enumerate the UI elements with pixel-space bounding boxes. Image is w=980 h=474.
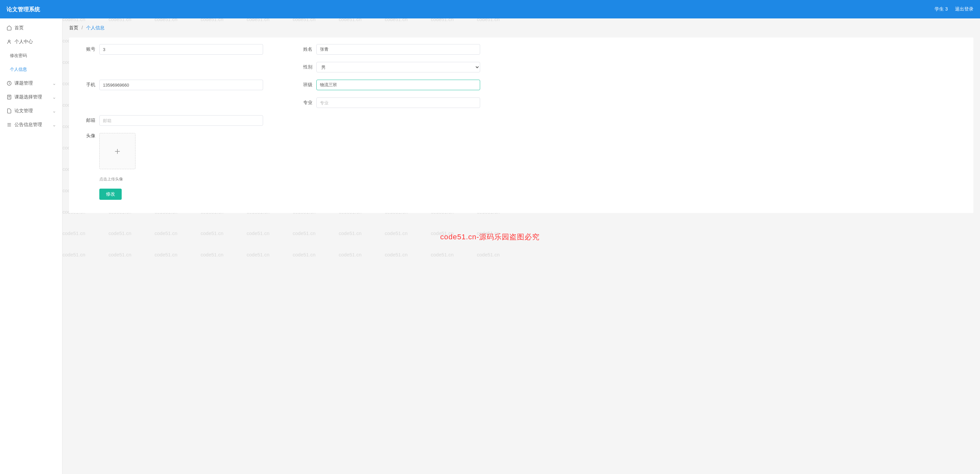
book-icon	[6, 94, 12, 100]
avatar-label: 头像	[79, 133, 95, 139]
home-icon	[6, 26, 12, 30]
chevron-down-icon: ⌄	[52, 108, 56, 113]
sidebar-item-label: 首页	[14, 25, 24, 31]
breadcrumb-root[interactable]: 首页	[69, 25, 78, 30]
class-input[interactable]	[317, 80, 480, 90]
sidebar-item-thesis-manage[interactable]: 论文管理 ⌄	[0, 104, 62, 118]
phone-input[interactable]	[99, 80, 263, 90]
chevron-down-icon: ⌄	[52, 81, 56, 86]
submit-button[interactable]: 修改	[99, 188, 122, 200]
main-content: 首页 / 个人信息 账号 姓名 性别 男	[62, 18, 980, 474]
plus-icon: ＋	[113, 145, 122, 157]
user-icon	[6, 39, 12, 45]
sidebar-item-label: 个人中心	[14, 39, 33, 45]
clock-icon	[6, 81, 12, 86]
sidebar-item-announcement[interactable]: 公告信息管理 ⌄	[0, 118, 62, 132]
breadcrumb-separator: /	[81, 25, 83, 30]
form-panel: 账号 姓名 性别 男 手机	[69, 38, 974, 213]
phone-label: 手机	[79, 82, 95, 88]
sidebar-item-label: 课题管理	[14, 80, 33, 86]
sidebar-item-change-password[interactable]: 修改密码	[0, 49, 62, 62]
avatar-upload[interactable]: ＋	[99, 133, 135, 169]
name-label: 姓名	[296, 46, 312, 52]
header: 论文管理系统 学生 3 退出登录	[0, 0, 980, 18]
list-icon	[6, 122, 12, 128]
email-input[interactable]	[99, 115, 263, 126]
sidebar-item-label: 论文管理	[14, 108, 33, 114]
sidebar-item-label: 个人信息	[10, 67, 27, 72]
sidebar-item-personal-info[interactable]: 个人信息	[0, 62, 62, 77]
chevron-down-icon: ⌄	[52, 122, 56, 128]
account-input[interactable]	[99, 44, 263, 55]
file-icon	[6, 108, 12, 113]
sidebar-item-topic-select[interactable]: 课题选择管理 ⌄	[0, 90, 62, 104]
chevron-down-icon: ⌄	[52, 94, 56, 100]
gender-label: 性别	[296, 64, 312, 70]
sidebar-item-label: 公告信息管理	[14, 122, 42, 128]
email-label: 邮箱	[79, 118, 95, 123]
major-label: 专业	[296, 100, 312, 106]
gender-select[interactable]: 男	[317, 62, 480, 72]
avatar-hint: 点击上传头像	[99, 176, 964, 182]
header-right: 学生 3 退出登录	[935, 6, 974, 12]
sidebar: 首页 个人中心 修改密码 个人信息 课题管理 ⌄ 课题选择管理 ⌄	[0, 18, 62, 474]
major-input[interactable]	[317, 97, 480, 108]
sidebar-item-label: 修改密码	[10, 53, 27, 59]
breadcrumb: 首页 / 个人信息	[69, 25, 974, 31]
name-input[interactable]	[317, 44, 480, 55]
sidebar-item-label: 课题选择管理	[14, 94, 42, 100]
class-label: 班级	[296, 82, 312, 88]
sidebar-item-personal[interactable]: 个人中心	[0, 35, 62, 49]
logout-link[interactable]: 退出登录	[955, 6, 974, 12]
sidebar-item-topic-manage[interactable]: 课题管理 ⌄	[0, 77, 62, 90]
app-title: 论文管理系统	[6, 6, 40, 13]
svg-point-0	[8, 40, 10, 42]
breadcrumb-current: 个人信息	[86, 25, 105, 30]
account-label: 账号	[79, 46, 95, 52]
user-label[interactable]: 学生 3	[935, 6, 948, 12]
sidebar-item-home[interactable]: 首页	[0, 21, 62, 35]
